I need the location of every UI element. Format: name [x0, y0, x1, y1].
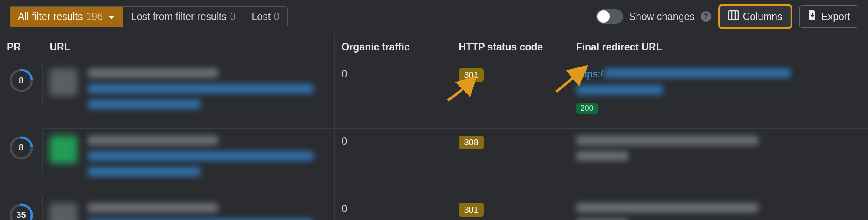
- columns-icon: [728, 10, 739, 23]
- page-url-redacted[interactable]: [88, 100, 201, 109]
- redirect-url-prefix: https:/: [576, 68, 604, 80]
- column-header-status[interactable]: HTTP status code: [452, 33, 569, 61]
- download-icon: [808, 10, 817, 23]
- favicon-thumbnail: [50, 68, 77, 96]
- tab-count: 0: [274, 11, 280, 23]
- columns-button-label: Columns: [743, 11, 782, 23]
- redirect-redacted: [576, 151, 628, 161]
- table-row: 8 0301 https:/ 200: [0, 61, 868, 129]
- tab-lost[interactable]: Lost 0: [244, 7, 287, 27]
- export-button-label: Export: [822, 11, 850, 23]
- url-cell: [50, 68, 327, 115]
- page-title-redacted: [88, 203, 218, 213]
- column-header-redirect[interactable]: Final redirect URL: [569, 33, 868, 61]
- columns-button[interactable]: Columns: [720, 6, 791, 27]
- organic-traffic-value: 0: [334, 61, 452, 129]
- pr-gauge: 35: [9, 203, 33, 220]
- results-table: PR URL Organic traffic HTTP status code …: [0, 33, 868, 220]
- toolbar: All filter results 196 Lost from filter …: [0, 0, 868, 33]
- chevron-down-icon: [108, 11, 115, 23]
- tab-label: Lost from filter results: [131, 11, 227, 23]
- final-redirect-url[interactable]: https:/: [576, 68, 861, 95]
- page-url-redacted[interactable]: [88, 151, 314, 161]
- tab-label: All filter results: [18, 11, 83, 23]
- http-status-badge: 301: [459, 203, 484, 217]
- url-cell: [50, 136, 327, 183]
- favicon-thumbnail: [50, 136, 77, 163]
- organic-traffic-value: 0: [334, 129, 452, 196]
- tab-all-filter-results[interactable]: All filter results 196: [10, 7, 123, 27]
- redirect-status-badge: 200: [576, 103, 598, 114]
- show-changes-label: Show changes: [629, 11, 695, 23]
- tab-count: 196: [86, 11, 103, 23]
- pr-value: 8: [9, 136, 33, 160]
- page-url-redacted[interactable]: [88, 84, 314, 93]
- column-header-traffic[interactable]: Organic traffic: [334, 33, 452, 61]
- redirect-redacted: [576, 136, 759, 145]
- table-row: 8 0308: [0, 129, 868, 196]
- page-url-redacted[interactable]: [88, 167, 201, 177]
- help-icon[interactable]: ?: [701, 11, 711, 22]
- redirect-redacted: [576, 203, 759, 213]
- pr-value: 8: [9, 68, 33, 93]
- column-header-url[interactable]: URL: [43, 33, 334, 61]
- pr-gauge: 8: [9, 136, 33, 160]
- column-header-pr[interactable]: PR: [0, 33, 43, 61]
- pr-gauge: 8: [9, 68, 33, 93]
- favicon-thumbnail: [50, 203, 77, 220]
- show-changes-toggle-wrap: Show changes ?: [596, 9, 711, 24]
- redirect-url-redacted: [604, 68, 791, 78]
- url-cell: [50, 203, 327, 220]
- export-button[interactable]: Export: [799, 5, 858, 28]
- filter-tabs: All filter results 196 Lost from filter …: [10, 6, 288, 27]
- tab-count: 0: [230, 11, 236, 23]
- svg-rect-0: [729, 11, 738, 20]
- http-status-badge: 301: [459, 68, 484, 82]
- http-status-badge: 308: [459, 136, 484, 149]
- tab-label: Lost: [252, 11, 271, 23]
- organic-traffic-value: 0: [334, 196, 452, 220]
- page-title-redacted: [88, 68, 218, 78]
- table-row: 35 0301: [0, 196, 868, 220]
- redirect-url-redacted: [576, 85, 663, 95]
- pr-value: 35: [9, 203, 33, 220]
- show-changes-toggle[interactable]: [596, 9, 623, 24]
- page-title-redacted: [88, 136, 218, 145]
- tab-lost-from-filter-results[interactable]: Lost from filter results 0: [123, 7, 244, 27]
